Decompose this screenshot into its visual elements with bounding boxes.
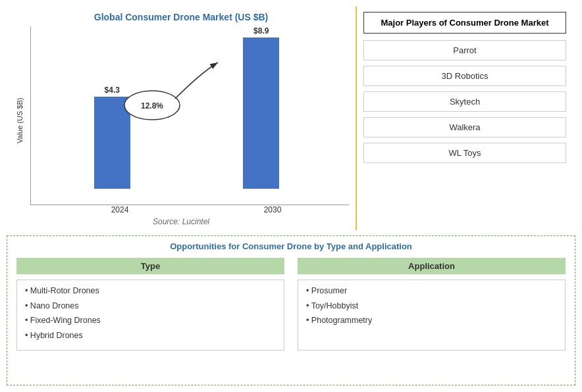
source-text: Source: Lucintel [13,217,349,226]
type-item-1: • Multi-Rotor Drones [25,285,276,297]
opp-columns: Type • Multi-Rotor Drones • Nano Drones … [16,258,566,351]
bar-group-2030: $8.9 [187,26,336,189]
player-wl-toys: WL Toys [363,143,566,163]
app-item-3: • Photogrammetry [306,315,557,327]
players-title: Major Players of Consumer Drone Market [363,12,566,34]
x-label-2030: 2030 [196,205,349,214]
app-item-2: • Toy/Hobbyist [306,301,557,312]
bar-value-2024: $4.3 [105,86,120,95]
opportunities-title: Opportunities for Consumer Drone by Type… [16,241,566,251]
bar-2024 [94,97,130,189]
application-header: Application [298,258,566,274]
y-axis-label: Value (US $B) [13,26,24,214]
player-parrot: Parrot [363,40,566,61]
x-label-2024: 2024 [43,205,196,214]
type-column: Type • Multi-Rotor Drones • Nano Drones … [16,258,284,351]
chart-title: Global Consumer Drone Market (US $B) [13,12,349,22]
bars-container: $4.3 $8.9 [30,26,349,205]
bottom-section: Opportunities for Consumer Drone by Type… [7,235,575,385]
player-3d-robotics: 3D Robotics [363,66,566,86]
main-container: Global Consumer Drone Market (US $B) Val… [0,0,582,392]
top-section: Global Consumer Drone Market (US $B) Val… [7,7,575,230]
players-area: Major Players of Consumer Drone Market P… [356,7,573,230]
type-item-4: • Hybrid Drones [25,330,276,342]
application-column: Application • Prosumer • Toy/Hobbyist • … [298,258,566,351]
chart-area: Global Consumer Drone Market (US $B) Val… [7,7,356,230]
app-item-1: • Prosumer [306,285,557,297]
player-skytech: Skytech [363,91,566,112]
type-item-3: • Fixed-Wing Drones [25,315,276,327]
x-labels: 2024 2030 [37,205,349,214]
bar-group-2024: $4.3 [38,86,187,189]
type-header: Type [16,258,284,274]
type-item-2: • Nano Drones [25,301,276,312]
bars-area-wrapper: 12.8% $4.3 [24,26,349,214]
bar-value-2030: $8.9 [253,26,269,36]
bar-2030 [243,37,279,189]
application-items: • Prosumer • Toy/Hobbyist • Photogrammet… [298,280,566,351]
player-walkera: Walkera [363,117,566,137]
type-items: • Multi-Rotor Drones • Nano Drones • Fix… [16,280,284,351]
chart-wrapper: Value (US $B) 12.8% [13,26,349,214]
